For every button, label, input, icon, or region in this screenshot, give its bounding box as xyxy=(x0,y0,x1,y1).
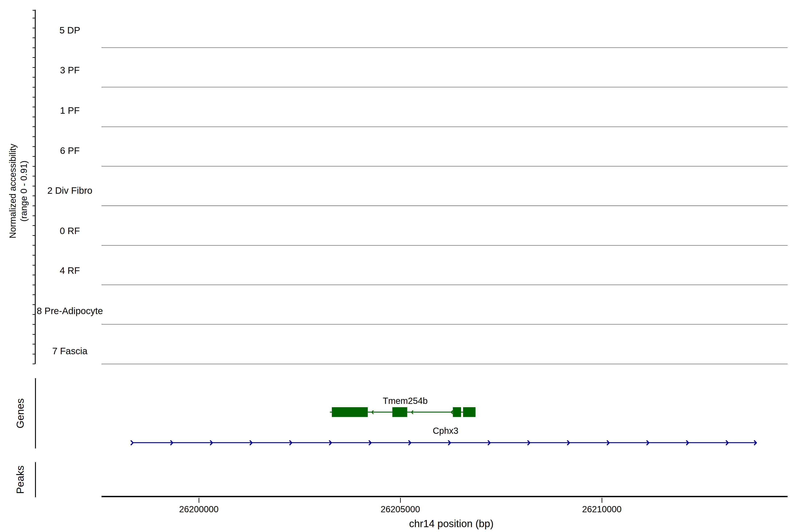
x-axis-line xyxy=(101,496,787,497)
track-label: 4 RF xyxy=(60,266,80,276)
track-label: 0 RF xyxy=(60,226,80,236)
y-axis-tick xyxy=(33,285,35,285)
genes-bracket-line xyxy=(35,378,36,449)
gene-strand-arrow-right-icon xyxy=(606,440,610,446)
gene-strand-arrow-right-icon xyxy=(686,440,689,446)
gene-strand-arrow-right-icon xyxy=(249,440,253,446)
y-axis-tick xyxy=(33,354,35,355)
x-axis-tick-label: 26200000 xyxy=(179,504,218,514)
track-label: 5 DP xyxy=(59,25,80,36)
y-axis-tick xyxy=(33,136,35,137)
peaks-section-label: Peaks xyxy=(14,466,26,494)
y-axis-tick xyxy=(33,334,35,335)
gene-strand-arrow-right-icon xyxy=(487,440,491,446)
genome-browser-figure: Normalized accessibility (range 0 - 0.91… xyxy=(0,0,798,532)
gene-label: Tmem254b xyxy=(383,396,428,406)
y-axis-tick xyxy=(33,265,35,266)
gene-label: Cphx3 xyxy=(433,426,458,436)
gene-strand-arrow-right-icon xyxy=(527,440,530,446)
y-axis-tick xyxy=(33,146,35,147)
y-axis-tick xyxy=(33,48,35,48)
y-axis-tick xyxy=(33,97,35,97)
y-axis-title-line2: (range 0 - 0.91) xyxy=(18,144,29,239)
y-axis-tick xyxy=(33,225,35,226)
y-axis-line xyxy=(35,10,36,364)
y-axis-tick xyxy=(33,195,35,196)
y-axis-tick xyxy=(33,235,35,236)
y-axis-tick xyxy=(33,245,35,246)
x-axis-tick xyxy=(602,498,602,503)
y-axis-tick xyxy=(33,126,35,127)
gene-strand-arrow-right-icon xyxy=(448,440,451,446)
gene-strand-arrow-right-icon xyxy=(170,440,173,446)
y-axis-tick xyxy=(33,186,35,186)
x-axis-tick xyxy=(198,498,199,503)
y-axis-tick xyxy=(33,206,35,206)
y-axis-tick xyxy=(33,294,35,295)
y-axis-title: Normalized accessibility (range 0 - 0.91… xyxy=(7,144,29,239)
peaks-bracket-line xyxy=(35,462,36,497)
y-axis-tick xyxy=(33,18,35,18)
gene-strand-arrow-right-icon xyxy=(328,440,332,446)
track-baseline xyxy=(101,87,787,87)
exon-box xyxy=(463,407,475,417)
track-label: 7 Fascia xyxy=(52,346,88,356)
track-baseline xyxy=(101,127,787,127)
track-label: 8 Pre-Adipocyte xyxy=(37,306,103,316)
exon-box xyxy=(392,407,407,417)
y-axis-tick xyxy=(33,37,35,38)
gene-strand-arrow-right-icon xyxy=(289,440,292,446)
y-axis-tick xyxy=(33,344,35,344)
gene-strand-arrow-left-icon xyxy=(371,410,374,415)
y-axis-tick xyxy=(33,117,35,117)
x-axis-tick-label: 26205000 xyxy=(381,504,420,514)
genes-section-label: Genes xyxy=(14,398,26,429)
y-axis-tick xyxy=(33,166,35,167)
x-axis-tick-label: 26210000 xyxy=(582,504,622,514)
track-baseline xyxy=(101,48,787,48)
track-baseline xyxy=(101,245,787,246)
gene-strand-arrow-right-icon xyxy=(209,440,213,446)
y-axis-tick xyxy=(33,28,35,28)
y-axis-tick xyxy=(33,324,35,325)
gene-body-line xyxy=(133,442,757,443)
track-label: 6 PF xyxy=(60,146,80,156)
track-baseline xyxy=(101,206,787,206)
y-axis-tick xyxy=(33,107,35,107)
y-axis-title-line1: Normalized accessibility xyxy=(7,144,18,239)
y-axis-tick xyxy=(33,176,35,176)
gene-strand-arrow-right-icon xyxy=(368,440,372,446)
y-axis-tick xyxy=(33,10,35,11)
y-axis-tick xyxy=(33,87,35,88)
track-baseline xyxy=(101,364,787,364)
gene-strand-arrow-right-icon xyxy=(646,440,649,446)
track-label: 3 PF xyxy=(60,65,80,75)
y-axis-tick xyxy=(33,156,35,157)
y-axis-tick xyxy=(33,274,35,275)
track-label: 1 PF xyxy=(60,106,80,116)
y-axis-tick xyxy=(33,314,35,315)
x-axis-title: chr14 position (bp) xyxy=(409,518,494,529)
gene-strand-arrow-right-icon xyxy=(567,440,570,446)
y-axis-tick xyxy=(33,363,35,364)
y-axis-tick xyxy=(33,77,35,78)
exon-box xyxy=(453,407,461,417)
gene-strand-arrow-right-icon xyxy=(754,440,757,446)
exon-box xyxy=(332,407,368,417)
gene-strand-arrow-left-icon xyxy=(411,410,414,415)
y-axis-tick xyxy=(33,67,35,68)
y-axis-tick xyxy=(33,255,35,255)
gene-strand-arrow-right-icon xyxy=(408,440,412,446)
track-label: 2 Div Fibro xyxy=(47,186,92,196)
track-baseline xyxy=(101,324,787,324)
x-axis-tick xyxy=(400,498,401,503)
y-axis-tick xyxy=(33,215,35,216)
gene-strand-arrow-right-icon xyxy=(130,440,134,446)
track-baseline xyxy=(101,166,787,167)
track-baseline xyxy=(101,285,787,285)
gene-strand-arrow-right-icon xyxy=(725,440,729,446)
y-axis-tick xyxy=(33,57,35,58)
y-axis-tick xyxy=(33,304,35,305)
